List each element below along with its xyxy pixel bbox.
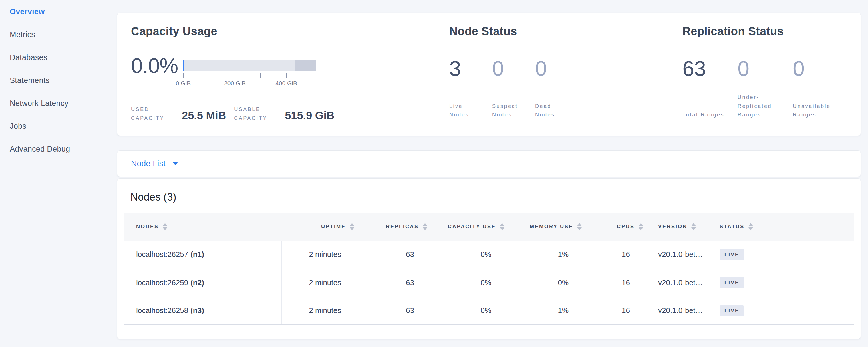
column-header-memory-use[interactable]: Memory Use xyxy=(504,213,582,241)
version-cell: v20.1.0-bet… xyxy=(643,297,716,325)
table-row-node-2[interactable]: localhost:26259(n2) 2 minutes 63 0% 0% 1… xyxy=(124,269,854,297)
dead-nodes-label: Dead Nodes xyxy=(535,102,578,119)
suspect-nodes-label: Suspect Nodes xyxy=(492,102,535,119)
sort-icon xyxy=(577,223,582,230)
sidebar-item-metrics[interactable]: Metrics xyxy=(0,23,117,46)
live-status-badge: LIVE xyxy=(719,305,744,316)
capacity-use-cell: 0% xyxy=(427,269,504,297)
usable-capacity-label: Usable Capacity xyxy=(234,105,272,122)
sort-icon xyxy=(639,223,643,230)
status-cell: LIVE xyxy=(716,297,773,325)
suspect-nodes-value: 0 xyxy=(492,58,535,79)
under-replicated-ranges-value: 0 xyxy=(738,58,793,79)
capacity-gauge-bar xyxy=(183,60,316,71)
cpus-cell: 16 xyxy=(582,297,643,325)
sort-icon xyxy=(350,223,354,230)
version-cell: v20.1.0-bet… xyxy=(643,269,716,297)
node-list-dropdown-card: Node List xyxy=(117,151,861,177)
sort-icon xyxy=(163,223,167,230)
sidebar-item-network-latency[interactable]: Network Latency xyxy=(0,92,117,115)
column-header-cpus[interactable]: CPUs xyxy=(582,213,643,241)
column-header-uptime[interactable]: Uptime xyxy=(281,213,354,241)
column-header-replicas[interactable]: Replicas xyxy=(354,213,427,241)
column-header-capacity-use[interactable]: Capacity Use xyxy=(427,213,504,241)
total-ranges-label: Total Ranges xyxy=(682,111,738,119)
sidebar: Overview Metrics Databases Statements Ne… xyxy=(0,0,117,160)
node-address-cell: localhost:26259(n2) xyxy=(124,269,281,297)
node-id: (n1) xyxy=(190,250,204,259)
total-ranges-value: 63 xyxy=(682,58,738,79)
status-cell: LIVE xyxy=(716,269,773,297)
sort-icon xyxy=(500,223,504,230)
used-capacity-label: Used Capacity xyxy=(131,105,169,122)
status-cell: LIVE xyxy=(716,241,773,269)
nodes-table: Nodes Uptime Replicas Capacity Use Memor… xyxy=(124,213,854,325)
node-address-cell: localhost:26257(n1) xyxy=(124,241,281,269)
table-header-row: Nodes Uptime Replicas Capacity Use Memor… xyxy=(124,213,854,241)
replicas-cell: 63 xyxy=(354,297,427,325)
live-nodes-label: Live Nodes xyxy=(449,102,492,119)
dead-nodes-value: 0 xyxy=(535,58,578,79)
uptime-cell: 2 minutes xyxy=(281,241,354,269)
node-status-section: Node Status 3 0 0 Live Nodes Suspect Nod… xyxy=(449,13,682,135)
cpus-cell: 16 xyxy=(582,269,643,297)
under-replicated-ranges-label: Under-Replicated Ranges xyxy=(738,93,793,119)
replicas-cell: 63 xyxy=(354,241,427,269)
table-row-node-3[interactable]: localhost:26258(n3) 2 minutes 63 0% 1% 1… xyxy=(124,297,854,325)
reserved-capacity-segment xyxy=(296,60,316,71)
sidebar-item-advanced-debug[interactable]: Advanced Debug xyxy=(0,137,117,160)
unavailable-ranges-label: Unavailable Ranges xyxy=(793,102,848,119)
usable-capacity-value: 515.9 GiB xyxy=(285,109,334,122)
replication-status-title: Replication Status xyxy=(682,24,861,38)
view-selector-dropdown[interactable]: Node List xyxy=(131,159,178,168)
node-id: (n2) xyxy=(190,278,204,287)
capacity-axis: 0 GiB 200 GiB 400 GiB xyxy=(183,71,316,92)
uptime-cell: 2 minutes xyxy=(281,297,354,325)
sort-icon xyxy=(748,223,753,230)
table-row-node-1[interactable]: localhost:26257(n1) 2 minutes 63 0% 1% 1… xyxy=(124,241,854,269)
node-id: (n3) xyxy=(190,306,204,315)
node-address-cell: localhost:26258(n3) xyxy=(124,297,281,325)
capacity-usage-title: Capacity Usage xyxy=(131,24,449,38)
nodes-heading: Nodes (3) xyxy=(130,191,854,203)
node-status-title: Node Status xyxy=(449,24,682,38)
cluster-summary-card: Capacity Usage 0.0% 0 GiB xyxy=(117,12,861,136)
chevron-down-icon xyxy=(173,162,178,165)
uptime-cell: 2 minutes xyxy=(281,269,354,297)
capacity-use-cell: 0% xyxy=(427,297,504,325)
cpus-cell: 16 xyxy=(582,241,643,269)
live-nodes-value: 3 xyxy=(449,58,492,79)
main-content: Capacity Usage 0.0% 0 GiB xyxy=(117,0,861,339)
sidebar-item-databases[interactable]: Databases xyxy=(0,46,117,69)
unavailable-ranges-value: 0 xyxy=(793,58,848,79)
capacity-percent-value: 0.0% xyxy=(131,55,183,92)
sidebar-item-jobs[interactable]: Jobs xyxy=(0,115,117,137)
replication-status-section: Replication Status 63 0 0 Total Ranges U… xyxy=(682,13,861,135)
column-header-status[interactable]: Status xyxy=(716,213,773,241)
axis-tick-label: 200 GiB xyxy=(224,80,246,87)
axis-tick-label: 0 GiB xyxy=(176,80,191,87)
sort-icon xyxy=(423,223,427,230)
memory-use-cell: 1% xyxy=(504,241,582,269)
column-header-nodes[interactable]: Nodes xyxy=(124,213,281,241)
usable-capacity-stat: Usable Capacity 515.9 GiB xyxy=(234,105,334,122)
live-status-badge: LIVE xyxy=(719,277,744,288)
dropdown-label: Node List xyxy=(131,159,165,168)
memory-use-cell: 0% xyxy=(504,269,582,297)
version-cell: v20.1.0-bet… xyxy=(643,241,716,269)
axis-tick-label: 400 GiB xyxy=(275,80,297,87)
used-capacity-marker xyxy=(183,60,184,71)
sort-icon xyxy=(691,223,696,230)
used-capacity-value: 25.5 MiB xyxy=(182,109,226,122)
used-capacity-stat: Used Capacity 25.5 MiB xyxy=(131,105,226,122)
memory-use-cell: 1% xyxy=(504,297,582,325)
nodes-table-card: Nodes (3) Nodes Uptime Replicas xyxy=(117,178,861,339)
sidebar-item-overview[interactable]: Overview xyxy=(0,0,117,23)
sidebar-item-statements[interactable]: Statements xyxy=(0,69,117,92)
replicas-cell: 63 xyxy=(354,269,427,297)
capacity-usage-section: Capacity Usage 0.0% 0 GiB xyxy=(117,13,449,135)
capacity-use-cell: 0% xyxy=(427,241,504,269)
column-header-version[interactable]: Version xyxy=(643,213,716,241)
capacity-gauge: 0.0% 0 GiB 200 GiB xyxy=(131,60,449,92)
live-status-badge: LIVE xyxy=(719,249,744,260)
